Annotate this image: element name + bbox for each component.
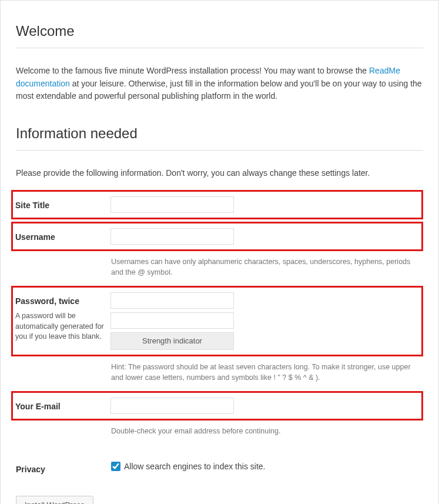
intro-text-1: Welcome to the famous five minute WordPr… — [16, 66, 369, 75]
password-subhint: A password will be automatically generat… — [15, 311, 110, 342]
row-username: Username — [15, 223, 419, 249]
label-username: Username — [15, 231, 110, 243]
privacy-checkbox[interactable] — [111, 462, 120, 471]
info-heading: Information needed — [16, 123, 423, 144]
info-subtext: Please provide the following information… — [16, 167, 423, 179]
email-input[interactable] — [110, 398, 234, 414]
row-email-desc: Double-check your email address before c… — [16, 423, 423, 442]
label-password: Password, twice — [15, 295, 110, 308]
welcome-heading: Welcome — [16, 21, 423, 42]
highlight-email: Your E-mail — [11, 391, 423, 420]
row-email: Your E-mail — [15, 393, 419, 419]
highlight-password: Password, twice A password will be autom… — [11, 286, 423, 356]
intro-paragraph: Welcome to the famous five minute WordPr… — [16, 65, 423, 103]
label-privacy: Privacy — [16, 463, 111, 476]
divider — [16, 48, 423, 48]
divider — [16, 150, 423, 151]
username-input[interactable] — [110, 228, 234, 245]
strength-indicator: Strength indicator — [110, 332, 234, 350]
highlight-site-title: Site Title — [11, 190, 423, 219]
install-form-container: Welcome Welcome to the famous five minut… — [0, 0, 439, 504]
password-input-2[interactable] — [110, 312, 234, 329]
password-hint: Hint: The password should be at least se… — [111, 362, 417, 383]
username-desc: Usernames can have only alphanumeric cha… — [111, 257, 417, 278]
row-password: Password, twice A password will be autom… — [15, 288, 419, 355]
row-site-title: Site Title — [15, 192, 419, 218]
privacy-checkbox-label: Allow search engines to index this site. — [124, 460, 265, 473]
email-desc: Double-check your email address before c… — [111, 426, 417, 437]
row-username-desc: Usernames can have only alphanumeric cha… — [16, 253, 423, 282]
label-email: Your E-mail — [15, 400, 110, 413]
site-title-input[interactable] — [110, 196, 234, 213]
install-wordpress-button[interactable]: Install WordPress — [16, 496, 93, 504]
row-password-hint: Hint: The password should be at least se… — [16, 359, 423, 388]
password-input-1[interactable] — [110, 292, 234, 309]
row-privacy: Privacy Allow search engines to index th… — [16, 456, 423, 480]
label-site-title: Site Title — [15, 199, 110, 212]
intro-text-2: at your leisure. Otherwise, just fill in… — [16, 79, 422, 101]
highlight-username: Username — [11, 222, 423, 251]
